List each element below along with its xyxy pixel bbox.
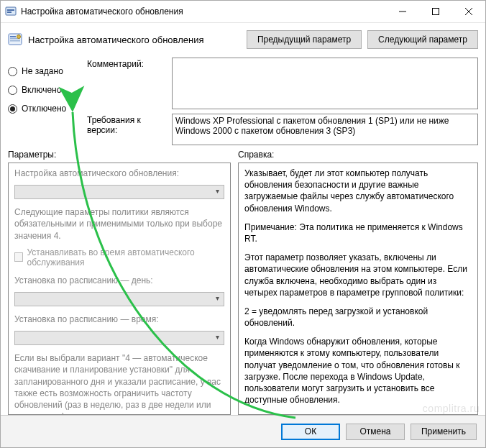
comment-label: Комментарий:: [87, 58, 166, 109]
radio-label: Не задано: [22, 66, 63, 76]
ok-button[interactable]: ОК: [281, 424, 340, 440]
window-controls: [386, 1, 485, 22]
header-bar: Настройка автоматического обновления Пре…: [1, 23, 485, 55]
svg-line-6: [465, 8, 472, 15]
sched-day-label: Установка по расписанию — день:: [14, 275, 224, 286]
comment-textarea[interactable]: [172, 58, 478, 109]
sched-day-dropdown[interactable]: [14, 292, 224, 306]
config-update-label: Настройка автоматического обновления:: [14, 168, 224, 179]
help-paragraph: Когда Windows обнаружит обновления, кото…: [244, 336, 472, 406]
help-paragraph: Примечание: Эта политика не применяется …: [244, 221, 472, 244]
help-paragraph: Указывает, будет ли этот компьютер получ…: [244, 168, 472, 214]
sched-time-label: Установка по расписанию — время:: [14, 314, 224, 325]
help-scrollbox[interactable]: Указывает, будет ли этот компьютер получ…: [238, 163, 478, 415]
close-button[interactable]: [452, 1, 485, 22]
radio-not-configured[interactable]: Не задано: [8, 62, 80, 81]
parameters-scrollbox[interactable]: Настройка автоматического обновления: Сл…: [8, 163, 231, 415]
svg-rect-2: [7, 12, 12, 13]
state-radio-group: Не задано Включено Отключено: [8, 58, 80, 145]
radio-circle-icon: [8, 86, 17, 95]
svg-rect-1: [7, 9, 14, 11]
svg-rect-10: [10, 40, 20, 42]
checkbox-label: Устанавливать во время автоматического о…: [27, 247, 224, 268]
previous-setting-button[interactable]: Предыдущий параметр: [247, 30, 362, 49]
next-setting-button[interactable]: Следующий параметр: [367, 30, 478, 49]
titlebar: Настройка автоматического обновления: [1, 1, 485, 23]
maintenance-checkbox-row[interactable]: Устанавливать во время автоматического о…: [14, 247, 224, 268]
radio-enabled[interactable]: Включено: [8, 81, 80, 99]
radio-circle-icon: [8, 104, 17, 114]
radio-label: Включено: [22, 85, 61, 95]
help-paragraph: 2 = уведомлять перед загрузкой и установ…: [244, 306, 472, 329]
dialog-footer: ОК Отмена Применить: [1, 415, 485, 447]
svg-line-5: [465, 8, 472, 15]
svg-point-11: [17, 35, 21, 39]
requirements-label: Требования к версии:: [87, 114, 166, 145]
svg-rect-4: [433, 9, 439, 15]
upper-region: Не задано Включено Отключено Комментарий…: [1, 55, 485, 145]
checkbox-icon: [14, 252, 23, 262]
radio-circle-icon: [8, 67, 17, 76]
cancel-button[interactable]: Отмена: [346, 424, 405, 440]
help-paragraph: Этот параметр позволяет указать, включен…: [244, 252, 472, 298]
radio-label: Отключено: [22, 104, 66, 114]
requirements-box: Windows XP Professional с пакетом обновл…: [172, 114, 478, 145]
parameters-column: Параметры: Настройка автоматического обн…: [8, 150, 231, 415]
parameters-title: Параметры:: [8, 150, 231, 160]
sched-time-dropdown[interactable]: [14, 331, 224, 345]
header-title: Настройка автоматического обновления: [28, 35, 203, 45]
maximize-button[interactable]: [419, 1, 452, 22]
svg-rect-0: [6, 7, 16, 15]
minimize-button[interactable]: [386, 1, 419, 22]
window-title: Настройка автоматического обновления: [21, 6, 183, 17]
app-icon: [5, 6, 17, 17]
help-title: Справка:: [238, 150, 478, 160]
help-column: Справка: Указывает, будет ли этот компью…: [238, 150, 478, 415]
radio-disabled[interactable]: Отключено: [8, 99, 80, 118]
config-update-dropdown[interactable]: [14, 185, 224, 199]
lower-region: Параметры: Настройка автоматического обн…: [1, 145, 485, 415]
policy-icon: [8, 32, 22, 47]
apply-button[interactable]: Применить: [411, 424, 477, 440]
policy-note: Следующие параметры политики являются об…: [14, 206, 224, 242]
svg-rect-8: [10, 36, 16, 37]
policy-editor-window: Настройка автоматического обновления Н: [0, 0, 486, 448]
sched-explain: Если вы выбрали вариант "4 — автоматичес…: [14, 352, 224, 415]
